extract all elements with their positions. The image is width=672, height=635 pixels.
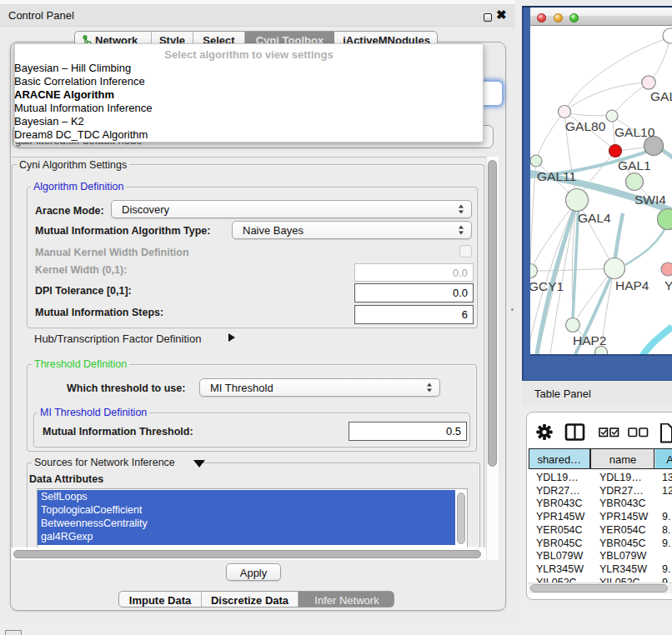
svg-text:GAL11: GAL11 [537,169,576,183]
svg-text:SWI4: SWI4 [634,192,666,207]
svg-text:GAL10: GAL10 [614,125,655,139]
svg-text:GAL80: GAL80 [565,119,606,133]
svg-text:HAP4: HAP4 [615,278,649,292]
svg-text:HAP2: HAP2 [573,333,607,348]
svg-text:GAL2: GAL2 [650,89,672,103]
svg-text:YP: YP [664,278,672,292]
svg-text:GAL4: GAL4 [578,211,611,225]
svg-text:GCY1: GCY1 [530,279,564,293]
svg-text:GAL1: GAL1 [618,158,651,172]
